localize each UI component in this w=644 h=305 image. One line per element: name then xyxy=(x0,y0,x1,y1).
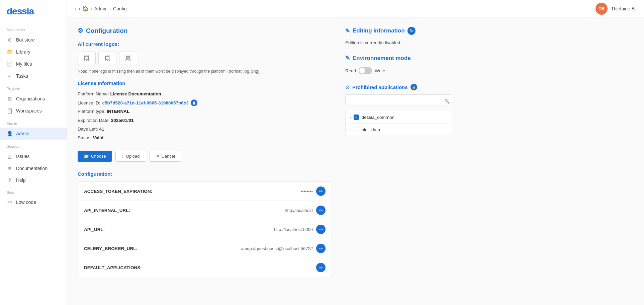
license-section: License Information Platform Name: Licen… xyxy=(78,80,332,141)
env-toggle[interactable] xyxy=(359,67,372,74)
sidebar-item-label: Bot store xyxy=(16,37,35,43)
edit-access-token-button[interactable]: ✏ xyxy=(316,186,326,196)
prohibited-section: ⊘ Prohibited applications 🔒 🔍 › ✓ dessia… xyxy=(345,84,452,136)
prohibited-icon: ⊘ xyxy=(345,84,350,90)
sidebar-item-tasks[interactable]: ✓ Tasks xyxy=(0,70,67,82)
platform-name-row: Platform Name: License Documentation xyxy=(78,91,332,97)
configuration-title: ⚙ Configuration xyxy=(78,27,332,34)
sidebar-item-workspaces[interactable]: 📋 Workspaces xyxy=(0,105,67,117)
prohibited-title: Prohibited applications xyxy=(352,84,408,90)
list-item[interactable]: › plot_data xyxy=(346,124,452,136)
sidebar-item-issues[interactable]: △ Issues xyxy=(0,150,67,162)
chevron-right-icon: › xyxy=(350,128,351,132)
sidebar-item-my-files[interactable]: 📄 My files xyxy=(0,58,67,70)
refresh-editing-button[interactable]: ↻ xyxy=(407,27,416,35)
choose-button[interactable]: 📁 Choose xyxy=(78,151,112,162)
breadcrumb-admin[interactable]: Admin xyxy=(94,6,108,11)
library-icon: 📁 xyxy=(7,49,13,55)
nav-back-button[interactable]: ‹ xyxy=(75,6,77,11)
action-buttons: 📁 Choose ↑ Upload ✕ Cancel xyxy=(78,151,332,162)
app-name-dessia-common: dessia_common xyxy=(362,115,394,120)
sidebar-item-label: Workspaces xyxy=(16,108,42,113)
logos-subtitle: All current logos: xyxy=(78,41,332,47)
help-icon: ? xyxy=(7,177,13,183)
config-key: CELERY_BROKER_URL: xyxy=(84,246,137,251)
sidebar-item-admin[interactable]: 👤 Admin xyxy=(0,128,67,140)
sidebar-item-label: Low code xyxy=(16,200,36,205)
app-logo: dessia xyxy=(7,6,34,16)
sidebar-item-label: Library xyxy=(16,49,30,55)
bot-store-icon: ⊕ xyxy=(7,37,13,43)
cancel-icon: ✕ xyxy=(156,154,160,159)
license-id-row: License ID: c5b7d520-a71d-11ef-9905-3198… xyxy=(78,99,332,106)
user-area: TB Thiefaine B. xyxy=(595,3,636,15)
logo-image-2[interactable]: 🖼 xyxy=(98,52,116,65)
env-title-row: ✎ Environnement mode xyxy=(345,55,452,62)
search-icon: 🔍 xyxy=(444,98,450,103)
sidebar-item-help[interactable]: ? Help xyxy=(0,174,67,186)
sidebar-item-label: Organizations xyxy=(16,96,45,101)
app-name-plot-data: plot_data xyxy=(362,127,380,132)
config-row-celery: CELERY_BROKER_URL: amqp://guest:guest@lo… xyxy=(78,239,332,258)
editing-info-section: ✎ Editing information ↻ Edition is curre… xyxy=(345,27,452,45)
checkbox-checked-dessia-common[interactable]: ✓ xyxy=(354,115,359,120)
sidebar-item-library[interactable]: 📁 Library xyxy=(0,46,67,58)
copy-license-id-button[interactable]: 📋 xyxy=(191,99,197,106)
search-wrapper: 🔍 xyxy=(345,94,452,107)
edit-default-apps-button[interactable]: ✏ xyxy=(316,263,326,272)
breadcrumb: ‹ › 🏠 › Admin › Config xyxy=(75,6,127,12)
section-label-admin: Admin xyxy=(0,117,67,128)
nav-forward-button[interactable]: › xyxy=(79,6,80,11)
platform-type-value: INTERNAL xyxy=(107,109,129,114)
expiration-value: 2025/01/01 xyxy=(111,118,134,123)
edit-celery-button[interactable]: ✏ xyxy=(316,244,326,253)
sidebar-item-label: Tasks xyxy=(16,73,28,79)
issues-icon: △ xyxy=(7,153,13,159)
logo-image-1[interactable]: 🖼 xyxy=(78,52,96,65)
documentation-icon: ≡ xyxy=(7,165,13,171)
checkbox-empty-plot-data[interactable] xyxy=(354,127,359,132)
upload-button[interactable]: ↑ Upload xyxy=(115,151,146,162)
status-row: Status: Valid xyxy=(78,135,332,141)
edit-api-internal-button[interactable]: ✏ xyxy=(316,206,326,215)
list-item[interactable]: › ✓ dessia_common xyxy=(346,111,452,124)
config-value: http://localhost:5000 xyxy=(274,227,313,232)
license-title: License Information xyxy=(78,80,332,86)
sidebar-item-label: Documentation xyxy=(16,166,48,171)
logo-area: dessia xyxy=(0,0,67,23)
topbar: ‹ › 🏠 › Admin › Config TB Thiefaine B. xyxy=(67,0,644,17)
days-left-value: 41 xyxy=(99,127,104,132)
sidebar-item-documentation[interactable]: ≡ Documentation xyxy=(0,162,67,174)
my-files-icon: 📄 xyxy=(7,61,13,67)
avatar: TB xyxy=(595,3,608,15)
sidebar-item-bot-store[interactable]: ⊕ Bot store xyxy=(0,34,67,46)
logo-image-3[interactable]: 🖼 xyxy=(119,52,137,65)
edit-api-url-button[interactable]: ✏ xyxy=(316,225,326,234)
config-row-access-token: ACCESS_TOKEN_EXPIRATION: •••••••• ✏ xyxy=(78,182,332,201)
breadcrumb-home-icon[interactable]: 🏠 xyxy=(82,6,89,12)
config-key: ACCESS_TOKEN_EXPIRATION: xyxy=(84,189,152,194)
organizations-icon: ⊞ xyxy=(7,96,13,102)
prohibited-search-input[interactable] xyxy=(345,94,452,104)
env-icon: ✎ xyxy=(345,55,350,62)
tasks-icon: ✓ xyxy=(7,73,13,79)
platform-type-row: Platform type: INTERNAL xyxy=(78,108,332,115)
content-left: ⚙ Configuration All current logos: 🖼 🖼 🖼… xyxy=(78,27,332,296)
content-right: ✎ Editing information ↻ Edition is curre… xyxy=(345,27,452,296)
sidebar-item-organizations[interactable]: ⊞ Organizations xyxy=(0,93,67,105)
sidebar-item-label: My files xyxy=(16,61,32,67)
editing-disabled-text: Edition is currently disabled xyxy=(345,40,452,45)
config-subtitle: Configuration: xyxy=(78,171,332,177)
env-read-label: Read xyxy=(345,68,356,73)
sidebar-item-label: Admin xyxy=(16,131,29,136)
env-section: ✎ Environnement mode Read Write xyxy=(345,55,452,74)
admin-icon: 👤 xyxy=(7,131,13,137)
cancel-button[interactable]: ✕ Cancel xyxy=(150,151,181,162)
config-value: amqp://guest:guest@localhost:5672// xyxy=(241,246,313,251)
sidebar-item-label: Help xyxy=(16,177,26,183)
sidebar-item-low-code[interactable]: <> Low code xyxy=(0,197,67,208)
config-table: ACCESS_TOKEN_EXPIRATION: •••••••• ✏ API_… xyxy=(78,181,332,277)
chevron-right-icon: › xyxy=(350,115,351,119)
config-row-default-apps: DEFAULT_APPLICATIONS: ✏ xyxy=(78,258,332,277)
expiration-row: Expiration Date: 2025/01/01 xyxy=(78,117,332,124)
